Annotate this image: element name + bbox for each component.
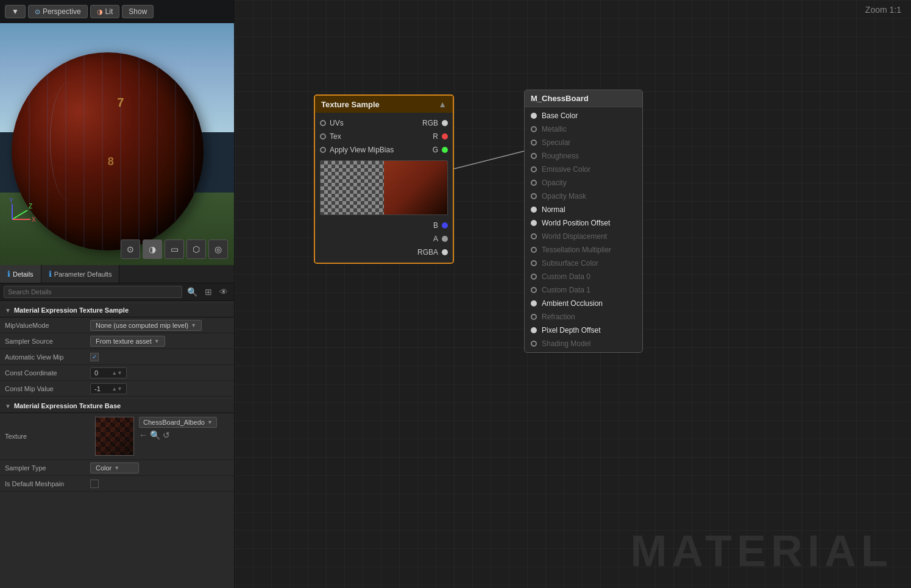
viewport-axes: Z X Y [9,195,40,225]
details-tabs: ℹ Details ℹ Parameter Defaults [0,265,234,283]
auto-view-mip-checkbox[interactable] [90,353,99,361]
search-button[interactable]: 🔍 [185,286,200,298]
perspective-icon: ⊙ [35,8,40,16]
mchessboard-header[interactable]: M_ChessBoard [525,90,642,107]
pin-tex-in[interactable] [320,133,326,140]
axes-svg: Z X Y [9,195,40,225]
mcb-label-8: World Position Offset [542,219,610,227]
mcb-pin-subsurface-color[interactable] [531,260,537,266]
mcb-pin-metallic[interactable] [531,126,537,132]
mcb-label-0: Base Color [542,112,578,120]
mcb-pin-opacity[interactable] [531,180,537,186]
pin-g-out[interactable] [442,147,448,153]
lit-icon: ◑ [97,8,103,16]
mcb-label-9: World Displacement [542,232,607,241]
mcb-pin-base-color[interactable] [531,113,537,119]
sampler-type-dropdown[interactable]: Color ▼ [90,462,139,473]
texture-back-button[interactable]: ← [139,430,147,440]
mcb-pin-opacity-mask[interactable] [531,193,537,199]
eye-filter-button[interactable]: 👁 [217,286,230,298]
viewport-icon-1[interactable]: ⊙ [121,239,140,259]
mcb-pin-refraction[interactable] [531,314,537,320]
viewport-icon-4[interactable]: ⬡ [186,239,206,259]
texture-actions: ← 🔍 ↺ [139,430,229,440]
pin-uvs-in[interactable] [320,120,326,126]
svg-text:X: X [32,216,36,223]
pin-row-uvs: UVs RGB [315,116,453,130]
mcb-pin-ambient-occlusion[interactable] [531,300,537,306]
grid-view-button[interactable]: ⊞ [202,286,214,298]
mcb-label-1: Metallic [542,125,567,133]
mcb-pin-normal[interactable] [531,207,537,213]
mcb-label-3: Roughness [542,152,579,160]
mcb-pin-custom-data-1[interactable] [531,287,537,293]
prop-sampler-type: Sampler Type Color ▼ [0,460,234,476]
viewport-icon-5[interactable]: ◎ [208,239,228,259]
node-collapse-button[interactable]: ▲ [438,99,447,109]
details-content: ▼ Material Expression Texture Sample Mip… [0,301,234,588]
mip-value-mode-dropdown[interactable]: None (use computed mip level) ▼ [90,320,202,331]
mcb-pin-row-4: Emissive Color [525,163,642,176]
mcb-pin-emissive-color[interactable] [531,166,537,172]
texture-search-button[interactable]: 🔍 [150,430,160,440]
pin-mipbias-in[interactable] [320,147,326,153]
stepper-arrows: ▲▼ [112,370,122,376]
pin-b-out[interactable] [442,222,448,228]
dropdown-arrow-3: ▼ [207,419,213,425]
mcb-label-15: Refraction [542,313,575,321]
node-body: UVs RGB Tex R [315,113,453,263]
perspective-button[interactable]: ⊙ Perspective [28,5,88,18]
node-header[interactable]: Texture Sample ▲ [315,96,453,113]
mcb-pin-roughness[interactable] [531,153,537,159]
show-button[interactable]: Show [122,5,154,18]
mcb-pin-row-9: World Displacement [525,230,642,243]
mcb-label-7: Normal [542,205,565,214]
viewport-icon-2[interactable]: ◑ [143,239,162,259]
mcb-label-14: Ambient Occlusion [542,299,603,308]
svg-text:Y: Y [9,197,13,204]
sampler-source-dropdown[interactable]: From texture asset ▼ [90,336,165,347]
mcb-pin-row-13: Custom Data 1 [525,283,642,297]
chevron-down-icon: ▼ [12,7,19,16]
texture-reset-button[interactable]: ↺ [163,430,170,440]
viewport-mode-dropdown[interactable]: ▼ [5,5,26,18]
texture-name-dropdown[interactable]: ChessBoard_Albedo ▼ [139,417,217,428]
mcb-pin-pixel-depth-offset[interactable] [531,327,537,333]
section-arrow-2: ▼ [5,403,11,409]
main-editor-area: Zoom 1:1 Texture Sample ▲ UVs RGB [235,0,911,588]
pin-rgb-out[interactable] [442,120,448,126]
section-texture-sample[interactable]: ▼ Material Expression Texture Sample [0,303,234,317]
pin-r-out[interactable] [442,133,448,140]
const-coord-input[interactable]: 0 ▲▼ [90,367,127,378]
mcb-pin-world-position-offset[interactable] [531,220,537,226]
viewport-icon-3[interactable]: ▭ [165,239,184,259]
search-input[interactable] [4,286,182,298]
zoom-label: Zoom 1:1 [865,5,901,15]
lit-button[interactable]: ◑ Lit [90,5,120,18]
mcb-pin-shading-model[interactable] [531,341,537,347]
tab-parameter-defaults[interactable]: ℹ Parameter Defaults [41,265,120,283]
viewport-toolbar: ▼ ⊙ Perspective ◑ Lit Show [0,0,234,23]
pin-a-out[interactable] [442,236,448,242]
mcb-pin-specular[interactable] [531,140,537,146]
mcb-pin-custom-data-0[interactable] [531,274,537,280]
mcb-label-12: Custom Data 0 [542,272,590,281]
svg-line-6 [454,151,524,169]
tab-details[interactable]: ℹ Details [0,265,41,283]
pin-row-rgba: RGBA [315,246,453,259]
mcb-pin-world-displacement[interactable] [531,233,537,239]
default-meshpain-checkbox[interactable] [90,480,99,488]
mcb-pin-row-7: Normal [525,203,642,216]
mcb-pin-row-2: Specular [525,136,642,149]
mcb-pin-tessellation-multiplier[interactable] [531,247,537,253]
mcb-pin-row-0: Base Color [525,109,642,122]
const-mip-input[interactable]: -1 ▲▼ [90,383,127,394]
dropdown-arrow-2: ▼ [154,338,160,344]
texture-thumb-inner [96,417,133,455]
mcb-label-6: Opacity Mask [542,192,586,200]
mcb-pin-row-8: World Position Offset [525,216,642,230]
pin-row-tex: Tex R [315,130,453,143]
section-texture-base[interactable]: ▼ Material Expression Texture Base [0,399,234,413]
pin-rgba-out[interactable] [442,249,448,255]
mchessboard-node: M_ChessBoard Base ColorMetallicSpecularR… [524,90,643,353]
